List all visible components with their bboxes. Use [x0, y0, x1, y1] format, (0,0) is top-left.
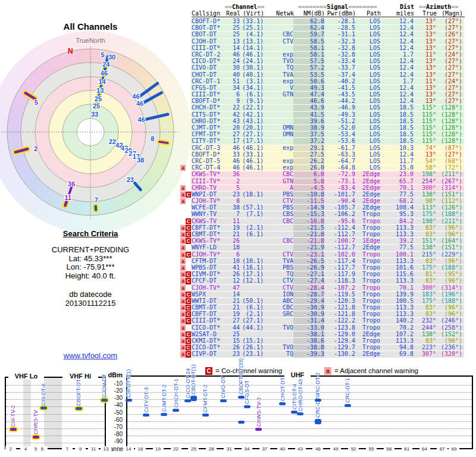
site-link-wrap: www.tvfool.com: [0, 350, 181, 361]
cell: 215°: [414, 252, 436, 258]
cell: exp: [264, 145, 293, 151]
gridline: [6, 392, 105, 393]
channel-tick: 28: [206, 446, 217, 452]
cell: Tropo: [355, 345, 380, 350]
radar-channel-label: 8: [151, 135, 154, 142]
cell: (33.1): [240, 18, 264, 24]
cell: 41: [224, 265, 240, 271]
cell: Tropo: [355, 338, 380, 344]
cell: 1.7: [380, 79, 414, 84]
cell: LOS: [355, 72, 380, 78]
cell: 12.4: [380, 39, 414, 45]
cell: -38.8: [293, 345, 324, 350]
cell: -101.7: [324, 192, 355, 198]
gridline: [127, 428, 472, 429]
cell: 20: [224, 125, 240, 131]
cell: (229°): [436, 252, 462, 258]
cell: (43.1): [240, 118, 264, 124]
cell: (72°): [436, 165, 462, 171]
cell: 26: [224, 238, 240, 244]
adjacent-warning-cell: a: [180, 351, 186, 357]
cell: 46: [224, 158, 240, 164]
cell: CRC-DT-3: [191, 145, 224, 151]
cell: 113.3: [380, 338, 414, 344]
cell: (14.1): [240, 45, 264, 51]
cell: CJOH-TV*: [191, 252, 224, 258]
cell: 62.8: [293, 18, 324, 24]
cell: 2Edge: [355, 171, 380, 177]
cell: WPBS-DT: [191, 265, 224, 271]
bar-label: CRC-DT-4: [315, 393, 321, 418]
cell: 101.6: [380, 265, 414, 271]
adjacent-warning-cell: [180, 211, 186, 217]
cell: (6.1): [240, 305, 264, 311]
cell: (10.1): [240, 258, 264, 264]
cell: CITY-DT*: [191, 138, 224, 144]
adjacent-warning-cell: a: [180, 258, 186, 264]
cell: (4.1): [240, 32, 264, 37]
dbm-tick: -90: [105, 438, 123, 445]
cell: -26.5: [293, 258, 324, 264]
adjacent-warning-cell: [180, 218, 186, 224]
cochannel-warning-cell: [186, 325, 191, 331]
cochannel-warning-cell: [186, 179, 191, 184]
adjacent-warning-cell: a: [180, 292, 186, 298]
adjacent-warning-cell: [180, 65, 186, 71]
adjacent-warning-cell: a: [180, 192, 186, 198]
cell: 2Edge: [355, 205, 380, 211]
radar-channel-label: 46: [137, 116, 145, 123]
radar-channel-label: 23: [127, 176, 134, 183]
cell: -28.7: [293, 292, 324, 298]
cell: 83°: [414, 258, 436, 264]
cell: LOS: [355, 65, 380, 71]
bar-label: CICO-DT-24: [185, 368, 191, 398]
cell: (27.1): [240, 318, 264, 324]
bar-label: CHOT-DT: [280, 377, 286, 401]
cell: CIII-DT*: [191, 92, 224, 98]
cell: 25: [224, 331, 240, 337]
channel-tick: 46: [312, 446, 323, 452]
cell: CJOH-DT: [191, 39, 224, 45]
cell: CBOFT-D*: [191, 152, 224, 158]
cell: WNYF-LD: [191, 245, 224, 251]
cell: 58°: [414, 165, 436, 171]
cell: -23.1: [293, 252, 324, 258]
table-row: aCCFCF-DT12(12.1)CTV-27.4-118.3Tropo113.…: [180, 278, 476, 284]
cell: -26.9: [293, 265, 324, 271]
cell: 113.3: [380, 311, 414, 317]
table-row: CIII-TV*2GTN5.8-73.12Edge65.7254°(267°): [180, 179, 476, 185]
cell: [264, 231, 293, 237]
channel-tick: 69: [449, 446, 459, 452]
cell: CTV: [264, 198, 293, 204]
cell: CTV: [264, 278, 293, 284]
cell: CTV: [264, 39, 293, 45]
tvfool-link[interactable]: www.tvfool.com: [64, 351, 117, 360]
adjacent-warning-cell: [180, 125, 186, 131]
cell: PBS: [264, 205, 293, 211]
cell: 18.5: [380, 132, 414, 137]
cell: (46.1): [240, 158, 264, 164]
gridline: [6, 414, 105, 415]
cell: 198°: [414, 218, 436, 224]
signal-bar: [10, 428, 17, 431]
cell: [264, 338, 293, 344]
cell: -16.8: [293, 218, 324, 224]
cell: LOS: [355, 165, 380, 171]
cell: PBS: [264, 265, 293, 271]
cell: LOS: [355, 52, 380, 58]
cell: -46.9: [324, 105, 355, 111]
header-dist: Dist: [389, 4, 414, 10]
cell: 42: [224, 112, 240, 118]
vhf-box: [5, 377, 106, 449]
dbm-tick: -50: [105, 409, 123, 416]
cochannel-warning-cell: [186, 205, 191, 211]
cell: 13°: [414, 152, 436, 158]
cell: OMN: [264, 125, 293, 131]
signal-bar: [279, 402, 286, 405]
cell: 115°: [414, 125, 436, 131]
cochannel-warning-cell: [186, 79, 191, 84]
cochannel-warning-cell: C: [186, 225, 191, 231]
cell: -38.1: [293, 331, 324, 337]
cell: 40: [224, 72, 240, 78]
cell: 113.3: [380, 305, 414, 311]
